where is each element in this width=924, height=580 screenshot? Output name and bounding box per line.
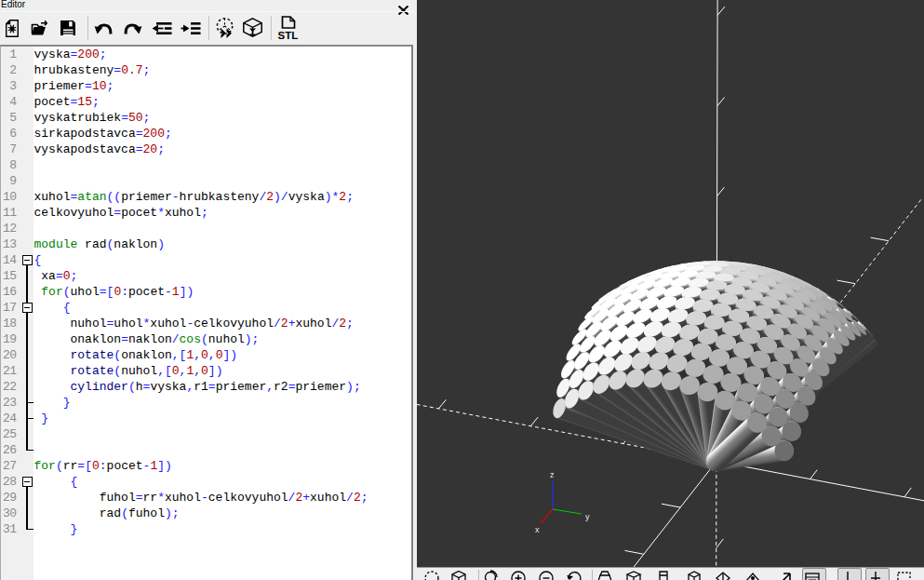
svg-text:z: z xyxy=(550,470,555,479)
svg-text:STL: STL xyxy=(278,30,299,41)
svg-text:x: x xyxy=(535,525,540,534)
svg-text:y: y xyxy=(585,512,590,521)
